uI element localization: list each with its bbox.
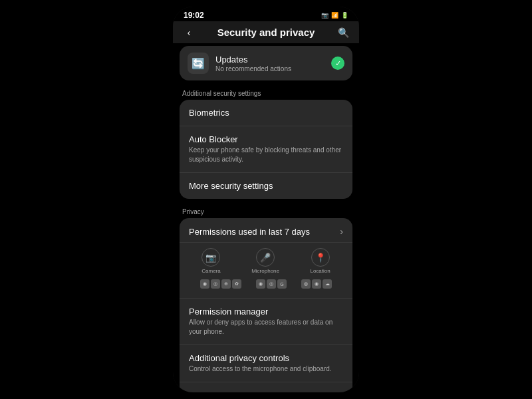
privacy-label: Privacy: [173, 204, 359, 218]
app-icon-3: ⊕: [221, 279, 231, 289]
location-perm-icon: 📍: [311, 248, 330, 267]
auto-blocker-subtitle: Keep your phone safe by blocking threats…: [189, 146, 343, 164]
additional-privacy-item[interactable]: Additional privacy controls Control acce…: [180, 345, 352, 382]
permission-manager-subtitle: Allow or deny apps to access features or…: [189, 318, 343, 336]
page-title: Security and privacy: [196, 27, 336, 38]
camera-perm-label: Camera: [201, 268, 220, 274]
camera-status-icon: 📷: [321, 12, 329, 19]
loc-app-icon-2: ◉: [312, 279, 321, 289]
wifi-icon: 📶: [331, 12, 338, 19]
check-circle-icon: ✓: [331, 57, 344, 70]
status-bar: 19:02 📷 📶 🔋: [173, 7, 359, 21]
microphone-perm-icon: 🎤: [256, 248, 275, 267]
updates-card[interactable]: 🔄 Updates No recommended actions ✓: [180, 46, 352, 80]
camera-perm-icon: 📷: [201, 248, 220, 267]
mic-app-icon-3: G: [277, 279, 287, 289]
app-icon-1: ◉: [200, 279, 209, 289]
permission-manager-title: Permission manager: [189, 307, 343, 317]
permissions-icons-section: 📷 Camera 🎤 Microphone 📍 Location: [180, 243, 352, 299]
top-bar: ‹ Security and privacy 🔍: [173, 21, 359, 43]
location-perm-item[interactable]: 📍 Location: [310, 248, 330, 274]
more-security-item[interactable]: More security settings: [180, 173, 352, 199]
more-privacy-title: More privacy settings: [189, 390, 343, 392]
status-icons: 📷 📶 🔋: [321, 12, 348, 19]
battery-icon: 🔋: [341, 12, 348, 19]
updates-icon: 🔄: [192, 57, 205, 70]
more-security-title: More security settings: [189, 181, 343, 191]
back-button[interactable]: ‹: [182, 27, 196, 38]
mic-app-icon-1: ◉: [256, 279, 265, 289]
app-icon-2: ◎: [211, 279, 220, 289]
biometrics-item[interactable]: Biometrics: [180, 100, 352, 126]
camera-apps-group: ◉ ◎ ⊕ ✿: [200, 279, 241, 289]
phone-frame: 19:02 📷 📶 🔋 ‹ Security and privacy 🔍 🔄 U…: [173, 7, 359, 392]
loc-app-icon-1: ◍: [301, 279, 311, 289]
mic-apps-group: ◉ ◎ G: [256, 279, 287, 289]
auto-blocker-item[interactable]: Auto Blocker Keep your phone safe by blo…: [180, 126, 352, 173]
additional-privacy-subtitle: Control access to the microphone and cli…: [189, 364, 343, 374]
permission-manager-item[interactable]: Permission manager Allow or deny apps to…: [180, 299, 352, 345]
biometrics-title: Biometrics: [189, 108, 343, 118]
mic-app-icon-2: ◎: [267, 279, 276, 289]
permissions-card: Permissions used in last 7 days › 📷 Came…: [180, 218, 352, 392]
microphone-perm-label: Microphone: [251, 268, 279, 274]
security-settings-card: Biometrics Auto Blocker Keep your phone …: [180, 100, 352, 199]
microphone-perm-item[interactable]: 🎤 Microphone: [251, 248, 279, 274]
app-icon-4: ✿: [232, 279, 241, 289]
updates-subtitle: No recommended actions: [215, 65, 291, 72]
updates-icon-wrap: 🔄: [188, 53, 209, 74]
location-perm-label: Location: [310, 268, 330, 274]
more-privacy-item[interactable]: More privacy settings: [180, 382, 352, 392]
updates-left: 🔄 Updates No recommended actions: [188, 53, 291, 74]
loc-app-icon-3: ☁: [323, 279, 332, 289]
permissions-header[interactable]: Permissions used in last 7 days ›: [180, 218, 352, 243]
scroll-content[interactable]: 🔄 Updates No recommended actions ✓ Addit…: [173, 43, 359, 392]
perm-icons-row: 📷 Camera 🎤 Microphone 📍 Location: [186, 248, 346, 274]
updates-title: Updates: [215, 55, 291, 65]
status-time: 19:02: [184, 11, 204, 20]
camera-perm-item[interactable]: 📷 Camera: [201, 248, 220, 274]
loc-apps-group: ◍ ◉ ☁: [301, 279, 332, 289]
additional-security-label: Additional security settings: [173, 86, 359, 100]
search-button[interactable]: 🔍: [336, 27, 350, 38]
additional-privacy-title: Additional privacy controls: [189, 353, 343, 363]
auto-blocker-title: Auto Blocker: [189, 134, 343, 144]
chevron-right-icon: ›: [340, 226, 343, 237]
permissions-header-title: Permissions used in last 7 days: [189, 227, 310, 237]
updates-text-wrap: Updates No recommended actions: [215, 55, 291, 72]
perm-apps-row: ◉ ◎ ⊕ ✿ ◉ ◎ G ◍ ◉ ☁: [186, 277, 346, 293]
